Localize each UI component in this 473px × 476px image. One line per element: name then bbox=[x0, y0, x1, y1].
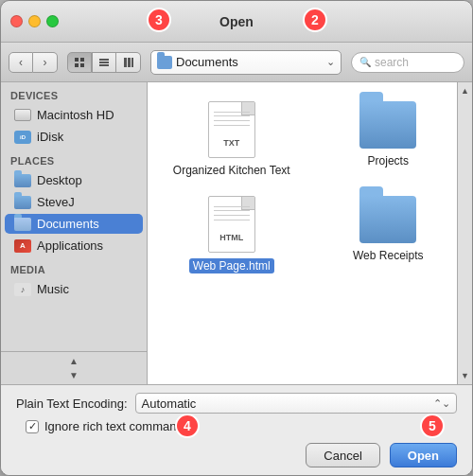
encoding-label: Plain Text Encoding: bbox=[16, 397, 128, 411]
cancel-button[interactable]: Cancel bbox=[306, 443, 379, 467]
badge-4: 4 bbox=[175, 414, 200, 438]
location-folder-icon bbox=[157, 56, 172, 69]
file-scroll-down[interactable]: ▼ bbox=[461, 371, 469, 380]
svg-rect-5 bbox=[99, 62, 109, 63]
sidebar-scroll-up[interactable]: ▲ bbox=[67, 354, 80, 368]
applications-icon: A bbox=[14, 239, 31, 253]
badge-3: 3 bbox=[147, 8, 171, 32]
nav-buttons: ‹ › bbox=[9, 52, 58, 73]
column-view-icon bbox=[123, 57, 134, 68]
sidebar-label-music: Music bbox=[37, 282, 69, 296]
forward-button[interactable]: › bbox=[33, 52, 58, 73]
toolbar: ‹ › bbox=[1, 43, 472, 82]
svg-rect-6 bbox=[99, 64, 109, 66]
location-bar[interactable]: Documents ⌄ bbox=[150, 50, 342, 75]
sidebar-label-idisk: iDisk bbox=[37, 130, 63, 144]
ignore-rich-text-label: Ignore rich text commands bbox=[44, 419, 189, 433]
file-grid: TXT Organized Kitchen Text Projects bbox=[148, 82, 472, 384]
svg-rect-1 bbox=[80, 58, 84, 62]
icon-view-icon bbox=[74, 57, 85, 68]
main-content: DEVICES Macintosh HD iD iDisk PLACES Des… bbox=[1, 82, 472, 384]
svg-rect-8 bbox=[128, 58, 131, 67]
sidebar-scroll-section: ▲ ▼ bbox=[1, 351, 147, 384]
bottom-panel: Plain Text Encoding: Automatic ⌃⌄ ✓ Igno… bbox=[1, 384, 472, 475]
sidebar-label-desktop: Desktop bbox=[37, 173, 82, 187]
file-label-web-page-html: Web Page.html bbox=[189, 258, 274, 273]
documents-folder-icon bbox=[14, 218, 31, 231]
open-dialog-window: Open ‹ › bbox=[0, 0, 473, 476]
hd-icon bbox=[14, 109, 31, 121]
svg-rect-3 bbox=[80, 63, 84, 67]
file-label-projects: Projects bbox=[368, 154, 409, 167]
button-row: Cancel Open bbox=[16, 443, 457, 467]
svg-rect-4 bbox=[99, 59, 109, 61]
back-button[interactable]: ‹ bbox=[9, 52, 33, 73]
search-box[interactable]: 🔍 search bbox=[351, 52, 464, 73]
search-placeholder: search bbox=[375, 56, 409, 69]
stevej-icon bbox=[14, 196, 31, 209]
sidebar-label-applications: Applications bbox=[37, 238, 103, 253]
sidebar-header-devices: DEVICES bbox=[1, 82, 147, 104]
file-item-web-receipts[interactable]: Web Receipts bbox=[320, 196, 458, 273]
file-browser: TXT Organized Kitchen Text Projects bbox=[148, 82, 472, 384]
maximize-button[interactable] bbox=[46, 15, 59, 27]
idisk-icon: iD bbox=[14, 131, 31, 144]
desktop-folder-icon bbox=[14, 174, 31, 187]
view-buttons bbox=[67, 52, 141, 73]
checkbox-row: ✓ Ignore rich text commands bbox=[16, 419, 457, 433]
file-scroll-bar: ▲ ▼ bbox=[457, 82, 472, 384]
close-button[interactable] bbox=[10, 15, 23, 27]
sidebar-header-places: PLACES bbox=[1, 148, 147, 169]
location-text: Documents bbox=[176, 55, 323, 69]
file-label-organized-kitchen-text: Organized Kitchen Text bbox=[173, 164, 290, 177]
sidebar-label-documents: Documents bbox=[37, 217, 99, 231]
location-arrow-icon: ⌄ bbox=[326, 56, 335, 68]
badge-2: 2 bbox=[303, 8, 327, 32]
sidebar-item-applications[interactable]: A Applications bbox=[5, 236, 143, 256]
file-item-web-page-html[interactable]: HTML Web Page.html bbox=[163, 196, 301, 273]
svg-rect-0 bbox=[75, 58, 79, 62]
web-receipts-folder-icon bbox=[359, 196, 416, 243]
traffic-lights bbox=[10, 15, 59, 27]
badge-5: 5 bbox=[420, 414, 445, 438]
encoding-value: Automatic bbox=[142, 397, 197, 411]
window-title: Open bbox=[219, 14, 254, 29]
svg-rect-7 bbox=[124, 58, 127, 67]
txt-file-icon: TXT bbox=[208, 101, 255, 158]
file-label-web-receipts: Web Receipts bbox=[353, 249, 423, 262]
view-list-button[interactable] bbox=[92, 52, 116, 73]
sidebar-label-stevej: SteveJ bbox=[37, 195, 75, 209]
sidebar-item-stevej[interactable]: SteveJ bbox=[5, 192, 143, 212]
list-view-icon bbox=[98, 57, 110, 68]
title-bar: Open bbox=[1, 1, 472, 43]
sidebar: DEVICES Macintosh HD iD iDisk PLACES Des… bbox=[1, 82, 148, 384]
html-file-icon: HTML bbox=[208, 196, 255, 253]
encoding-row: Plain Text Encoding: Automatic ⌃⌄ bbox=[16, 393, 457, 414]
projects-folder-icon bbox=[359, 101, 416, 149]
encoding-arrow-icon: ⌃⌄ bbox=[433, 397, 450, 410]
file-scroll-up[interactable]: ▲ bbox=[461, 86, 469, 96]
sidebar-item-macintosh-hd[interactable]: Macintosh HD bbox=[5, 105, 143, 125]
sidebar-item-music[interactable]: ♪ Music bbox=[5, 279, 143, 299]
open-button[interactable]: Open bbox=[390, 443, 457, 467]
search-icon: 🔍 bbox=[359, 57, 371, 67]
sidebar-header-media: MEDIA bbox=[1, 256, 147, 278]
ignore-rich-text-checkbox[interactable]: ✓ bbox=[26, 420, 39, 433]
sidebar-item-idisk[interactable]: iD iDisk bbox=[5, 127, 143, 147]
encoding-select[interactable]: Automatic ⌃⌄ bbox=[135, 393, 457, 414]
svg-rect-9 bbox=[131, 58, 133, 67]
sidebar-item-documents[interactable]: Documents bbox=[5, 214, 143, 234]
view-icon-button[interactable] bbox=[67, 52, 92, 73]
music-icon: ♪ bbox=[14, 283, 31, 296]
file-item-organized-kitchen-text[interactable]: TXT Organized Kitchen Text bbox=[163, 101, 301, 177]
sidebar-scroll-down[interactable]: ▼ bbox=[67, 368, 80, 382]
view-column-button[interactable] bbox=[116, 52, 141, 73]
svg-rect-2 bbox=[75, 63, 79, 67]
sidebar-item-desktop[interactable]: Desktop bbox=[5, 170, 143, 190]
minimize-button[interactable] bbox=[28, 15, 41, 27]
file-item-projects[interactable]: Projects bbox=[320, 101, 458, 177]
sidebar-label-macintosh-hd: Macintosh HD bbox=[37, 108, 114, 122]
